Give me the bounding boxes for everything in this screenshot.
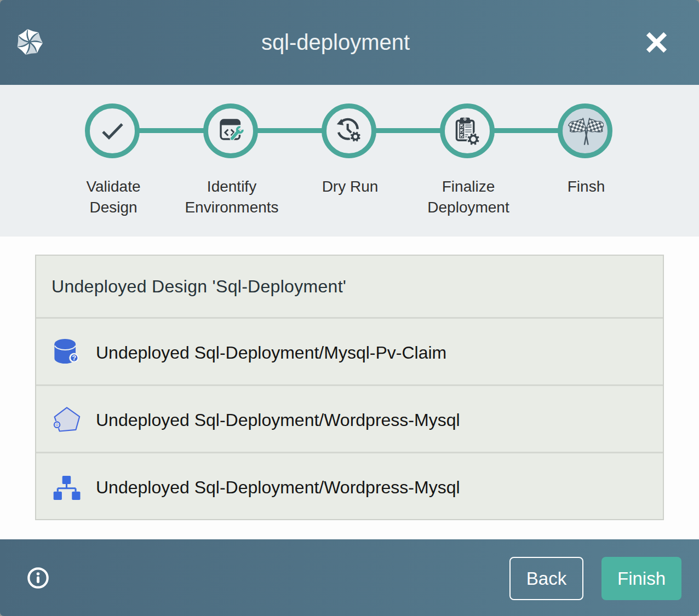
svg-text:?: ? (72, 354, 76, 362)
